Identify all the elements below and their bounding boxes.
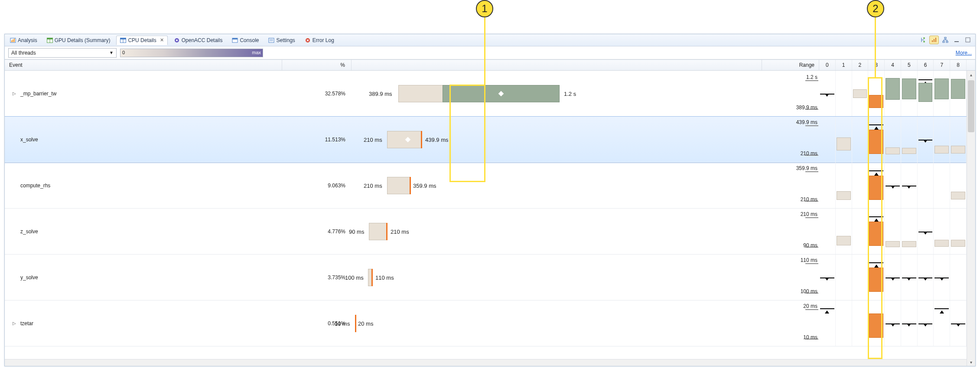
view-tabs: Analysis GPU Details (Summary) CPU Detai… [5, 34, 975, 46]
svg-rect-30 [954, 41, 959, 42]
tab-label: Settings [276, 37, 295, 43]
range-max: 359.9 ms [796, 165, 817, 171]
more-link[interactable]: More... [956, 50, 972, 56]
tab-openacc-details[interactable]: OpenACC Details [170, 36, 226, 45]
header-thread-2[interactable]: 2 [852, 60, 869, 70]
table-row[interactable]: compute_rhs 9.063% 210 ms 359.9 ms 359.9… [5, 163, 967, 209]
event-name: x_solve [20, 137, 38, 143]
vertical-scrollbar[interactable]: ▴ ▾ [967, 71, 975, 366]
svg-rect-24 [932, 40, 933, 42]
svg-rect-28 [943, 41, 944, 42]
event-pct: 4.776% [282, 209, 352, 254]
tab-label: OpenACC Details [182, 37, 223, 43]
tab-console[interactable]: Console [228, 36, 262, 45]
scroll-up-icon[interactable]: ▴ [967, 71, 975, 78]
event-name: compute_rhs [20, 183, 50, 189]
bar-right-label: 110 ms [375, 274, 394, 281]
analysis-icon [10, 38, 16, 43]
event-name: tzetar [20, 320, 33, 327]
header-percent[interactable]: % [282, 60, 352, 70]
svg-point-13 [176, 39, 178, 41]
header-threads: 0 1 2 3 4 5 6 7 8 [819, 60, 967, 70]
maximize-icon[interactable] [963, 36, 973, 44]
settings-icon [268, 38, 274, 43]
callout-2: 2 [867, 0, 884, 17]
scroll-down-icon[interactable]: ▾ [967, 358, 975, 366]
table-row[interactable]: z_solve 4.776% 90 ms 210 ms 210 ms 90 ms [5, 209, 967, 255]
callout-1-box [449, 85, 485, 182]
filter-toolbar: All threads ▼ 0 max More... [5, 46, 975, 59]
close-icon[interactable]: ✕ [160, 37, 164, 43]
marker [355, 315, 356, 332]
toolbar-action-hierarchy[interactable] [941, 36, 950, 44]
bar-left-label: 10 ms [335, 320, 350, 327]
bar-left-label: 210 ms [364, 136, 382, 143]
table-row[interactable]: x_solve 11.513% 210 ms 439.9 ms 439.9 ms… [5, 117, 967, 163]
range-min: 90 ms [803, 242, 817, 248]
svg-rect-31 [966, 38, 970, 42]
header-thread-8[interactable]: 8 [950, 60, 967, 70]
svg-point-23 [923, 41, 925, 42]
range-bar [387, 177, 410, 194]
table-row[interactable]: ▷_mp_barrier_tw 32.578% 389.9 ms 1.2 s 1… [5, 71, 967, 117]
table-green-icon [47, 38, 53, 43]
disclosure-triangle-icon[interactable]: ▷ [13, 321, 17, 326]
range-min: 389.9 ms [796, 104, 817, 111]
table-row[interactable]: ▷tzetar 0.551% 10 ms 20 ms 20 ms 10 ms [5, 300, 967, 346]
callout-2-box [868, 77, 882, 359]
tab-label: Analysis [18, 37, 37, 43]
marker [421, 131, 422, 148]
tab-label: CPU Details [128, 37, 156, 43]
bar-left-label: 210 ms [364, 182, 382, 189]
table-row[interactable]: y_solve 3.735% 100 ms 110 ms 110 ms 100 … [5, 255, 967, 300]
header-span[interactable] [352, 60, 762, 70]
scale-max-label: max [252, 50, 261, 55]
openacc-icon [174, 38, 180, 43]
event-pct: 3.735% [282, 255, 352, 300]
header-thread-7[interactable]: 7 [934, 60, 950, 70]
event-name: z_solve [20, 229, 38, 235]
range-bar [369, 223, 387, 240]
svg-rect-3 [14, 39, 15, 42]
toolbar-action-chart[interactable] [929, 36, 939, 44]
header-thread-6[interactable]: 6 [918, 60, 934, 70]
tab-settings[interactable]: Settings [265, 36, 298, 45]
tab-label: Console [240, 37, 259, 43]
toolbar-action-tree[interactable] [918, 36, 928, 44]
range-min: 10 ms [803, 334, 817, 340]
header-thread-0[interactable]: 0 [819, 60, 836, 70]
svg-rect-1 [11, 40, 12, 42]
header-event[interactable]: Event [5, 60, 282, 70]
header-thread-4[interactable]: 4 [885, 60, 901, 70]
disclosure-triangle-icon[interactable]: ▷ [13, 91, 17, 96]
console-icon [232, 38, 238, 43]
marker [371, 269, 373, 286]
marker [410, 177, 411, 194]
tab-gpu-details[interactable]: GPU Details (Summary) [43, 36, 114, 45]
range-max: 210 ms [801, 211, 817, 217]
threads-dropdown[interactable]: All threads ▼ [8, 48, 117, 58]
svg-rect-16 [269, 38, 274, 42]
bar-right-label: 210 ms [391, 228, 409, 235]
header-thread-1[interactable]: 1 [836, 60, 852, 70]
scale-min-label: 0 [122, 50, 125, 55]
tab-error-log[interactable]: Error Log [301, 36, 338, 45]
event-name: _mp_barrier_tw [20, 91, 56, 97]
minimize-icon[interactable] [952, 36, 961, 44]
header-thread-3[interactable]: 3 [868, 60, 885, 70]
scroll-thumb[interactable] [968, 80, 974, 132]
dropdown-value: All threads [11, 50, 36, 56]
bar-right-label: 439.9 ms [425, 136, 448, 143]
svg-rect-26 [935, 38, 936, 42]
tab-analysis[interactable]: Analysis [7, 36, 41, 45]
horizontal-scrollbar[interactable] [5, 359, 967, 366]
event-pct: 32.578% [282, 71, 352, 116]
header-range[interactable]: Range [762, 60, 819, 70]
tab-cpu-details[interactable]: CPU Details ✕ [116, 36, 167, 45]
range-max: 20 ms [803, 303, 817, 309]
svg-rect-27 [944, 37, 946, 39]
event-pct: 11.513% [282, 117, 352, 162]
bar-left-label: 90 ms [349, 228, 364, 235]
header-thread-5[interactable]: 5 [901, 60, 918, 70]
svg-rect-25 [934, 39, 934, 42]
